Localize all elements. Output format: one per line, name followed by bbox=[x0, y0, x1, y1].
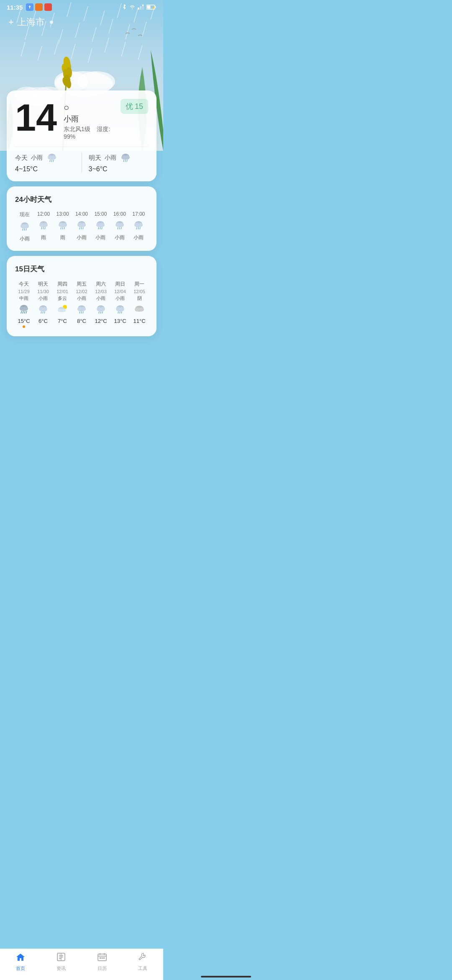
svg-point-119 bbox=[62, 309, 66, 312]
svg-line-65 bbox=[24, 229, 25, 230]
daily-weather-icon bbox=[114, 304, 126, 316]
daily-weather-icon bbox=[134, 304, 145, 316]
svg-line-59 bbox=[125, 160, 126, 162]
hourly-weather-label: 雨 bbox=[60, 234, 65, 241]
hourly-weather-label: 小雨 bbox=[115, 234, 125, 241]
hourly-item: 14:00 小雨 bbox=[72, 211, 91, 242]
daily-item: 明天 11/30 小雨 6°C bbox=[34, 281, 52, 328]
svg-line-131 bbox=[102, 312, 103, 313]
today-temp: 4~15°C bbox=[15, 165, 75, 173]
aqi-label: 优 bbox=[126, 101, 133, 111]
weather-sub-info: 东北风1级 湿度: 99% bbox=[64, 126, 114, 140]
hourly-title: 24小时天气 bbox=[15, 195, 148, 204]
hourly-time: 13:00 bbox=[56, 211, 69, 217]
svg-line-129 bbox=[99, 312, 99, 313]
temp-dot-placeholder bbox=[61, 325, 64, 328]
tomorrow-weather-icon bbox=[120, 152, 131, 164]
daily-weather: 阴 bbox=[137, 295, 142, 302]
svg-line-114 bbox=[43, 312, 43, 313]
daily-temp: 15°C bbox=[18, 318, 30, 324]
svg-line-58 bbox=[123, 160, 124, 162]
svg-point-140 bbox=[139, 307, 144, 312]
svg-line-19 bbox=[54, 40, 59, 54]
hourly-item: 13:00 雨 bbox=[53, 211, 72, 242]
hourly-weather-icon bbox=[19, 221, 31, 233]
svg-line-78 bbox=[64, 227, 64, 229]
daily-day: 周六 bbox=[96, 281, 106, 288]
app-icon-1 bbox=[26, 3, 33, 11]
hourly-weather-label: 小雨 bbox=[134, 234, 144, 241]
svg-line-115 bbox=[44, 312, 45, 313]
daily-day: 周日 bbox=[115, 281, 125, 288]
svg-point-134 bbox=[119, 307, 124, 311]
daily-item: 周一 12/05 阴 11°C bbox=[131, 281, 148, 328]
svg-rect-41 bbox=[140, 6, 141, 10]
hourly-weather-label: 小雨 bbox=[20, 235, 30, 242]
svg-line-130 bbox=[100, 312, 101, 313]
daily-weather-icon bbox=[95, 304, 107, 316]
temp-dot-placeholder bbox=[119, 325, 121, 328]
daily-weather-icon bbox=[37, 304, 49, 316]
svg-point-27 bbox=[77, 71, 115, 92]
svg-line-137 bbox=[121, 312, 122, 313]
svg-line-107 bbox=[23, 311, 23, 313]
hourly-item: 16:00 小雨 bbox=[110, 211, 129, 242]
svg-line-66 bbox=[26, 229, 26, 230]
svg-line-101 bbox=[138, 227, 139, 229]
svg-text:⚡: ⚡ bbox=[152, 5, 156, 10]
daily-weather: 小雨 bbox=[77, 295, 86, 302]
svg-line-82 bbox=[80, 227, 80, 229]
svg-line-89 bbox=[100, 227, 100, 229]
hourly-weather-icon bbox=[114, 219, 126, 232]
daily-date: 12/01 bbox=[56, 289, 68, 294]
svg-line-24 bbox=[138, 45, 142, 60]
svg-line-72 bbox=[45, 227, 45, 229]
svg-line-94 bbox=[118, 227, 118, 229]
daily-temp: 7°C bbox=[58, 318, 67, 324]
location-dot bbox=[50, 21, 53, 24]
card-divider bbox=[15, 147, 148, 147]
hourly-item: 现在 小雨 bbox=[15, 211, 34, 242]
svg-line-125 bbox=[83, 312, 83, 313]
svg-line-106 bbox=[21, 311, 22, 313]
degree-circle: ○ bbox=[64, 102, 114, 113]
weather-description: 小雨 bbox=[64, 114, 114, 124]
daily-day: 明天 bbox=[38, 281, 48, 288]
hourly-time: 12:00 bbox=[37, 211, 50, 217]
hourly-weather-label: 小雨 bbox=[77, 234, 87, 241]
daily-temp: 13°C bbox=[114, 318, 126, 324]
svg-line-64 bbox=[23, 229, 23, 230]
svg-line-20 bbox=[71, 44, 75, 59]
svg-line-83 bbox=[81, 227, 82, 229]
svg-point-99 bbox=[138, 223, 143, 227]
hourly-weather-icon bbox=[57, 219, 69, 232]
tomorrow-temp: 3~6°C bbox=[89, 165, 149, 173]
temp-dot-placeholder bbox=[42, 325, 44, 328]
add-city-button[interactable]: + bbox=[8, 17, 14, 28]
hourly-weather-icon bbox=[76, 219, 87, 232]
hourly-item: 12:00 雨 bbox=[34, 211, 53, 242]
bluetooth-icon bbox=[122, 4, 127, 10]
svg-line-22 bbox=[105, 38, 109, 52]
svg-point-63 bbox=[24, 224, 29, 228]
tomorrow-forecast: 明天 小雨 3~6°C bbox=[89, 152, 149, 173]
daily-date: 12/05 bbox=[134, 289, 145, 294]
daily-item: 周六 12/03 小雨 12°C bbox=[92, 281, 110, 328]
daily-date: 11/30 bbox=[37, 289, 49, 294]
svg-line-109 bbox=[26, 311, 27, 313]
svg-line-88 bbox=[98, 227, 99, 229]
svg-line-100 bbox=[136, 227, 137, 229]
hourly-time: 16:00 bbox=[113, 211, 126, 217]
daily-weather-icon bbox=[56, 304, 68, 316]
daily-weather: 小雨 bbox=[96, 295, 105, 302]
daily-day: 周一 bbox=[134, 281, 144, 288]
status-icons: ⚡ bbox=[122, 4, 157, 10]
city-name: 上海市 bbox=[17, 16, 45, 28]
svg-line-108 bbox=[24, 311, 25, 313]
daily-weather: 小雨 bbox=[39, 295, 48, 302]
svg-point-128 bbox=[100, 307, 105, 311]
hourly-time: 现在 bbox=[20, 211, 30, 218]
current-weather-card: 14 ○ 小雨 东北风1级 湿度: 99% 优 15 今天 bbox=[7, 90, 157, 181]
hourly-time: 14:00 bbox=[75, 211, 88, 217]
daily-item: 周四 12/01 多云 7°C bbox=[54, 281, 71, 328]
